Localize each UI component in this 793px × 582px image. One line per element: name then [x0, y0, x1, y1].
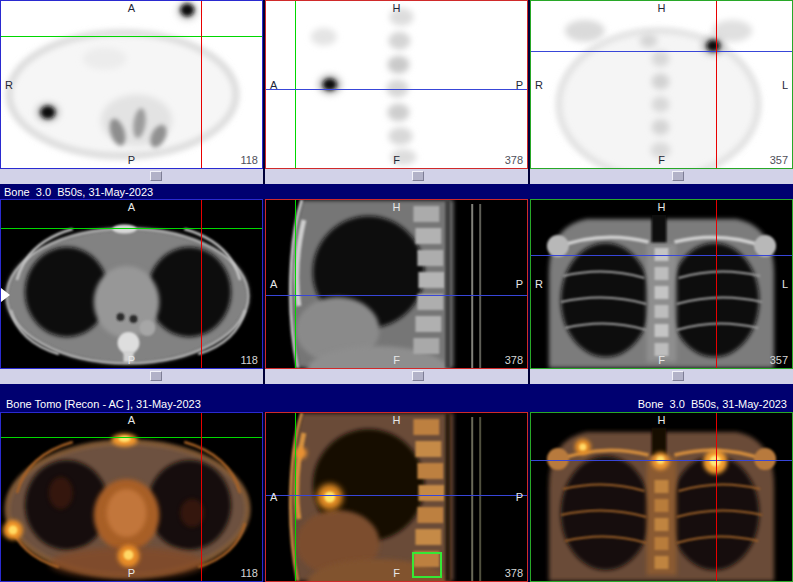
orientation-label-left: R: [535, 79, 543, 90]
roi-rectangle[interactable]: [412, 552, 442, 578]
fused-row: A P 118: [0, 412, 793, 582]
fused-series-header: Bone Tomo [Recon - AC ], 31-May-2023 Bon…: [0, 384, 793, 412]
slice-scrollbar-handle[interactable]: [672, 371, 684, 381]
viewport-fused-sagittal[interactable]: H F A P 378: [265, 412, 528, 582]
crosshair-axial-line[interactable]: [266, 495, 527, 496]
nm-coronal-image: [531, 1, 792, 168]
orientation-label-top: H: [658, 202, 666, 213]
viewport-nm-axial[interactable]: A P R 118: [0, 0, 263, 169]
slice-scrollbar-handle[interactable]: [672, 171, 684, 181]
orientation-label-left: A: [270, 279, 277, 290]
slice-scrollbar-track[interactable]: [265, 169, 528, 184]
orientation-label-bottom: P: [128, 355, 135, 366]
slice-scrollbar-handle[interactable]: [150, 171, 162, 181]
slice-scrollbar-handle[interactable]: [412, 171, 424, 181]
orientation-label-top: A: [128, 415, 135, 426]
slice-number: 357: [770, 354, 788, 366]
nm-row: A P R 118 H F A P 378: [0, 0, 793, 169]
mpr-viewer: A P R 118 H F A P 378: [0, 0, 793, 582]
orientation-label-bottom: F: [393, 355, 400, 366]
fused-sagittal-image: [266, 413, 527, 581]
orientation-label-bottom: F: [658, 155, 665, 166]
crosshair-sagittal-line[interactable]: [201, 413, 202, 581]
ct-sagittal-image: [266, 200, 527, 368]
crosshair-coronal-line[interactable]: [1, 228, 262, 229]
ct-series-header: Bone 3.0 B50s, 31-May-2023: [0, 184, 793, 199]
orientation-label-right: P: [516, 492, 523, 503]
slice-number: 118: [240, 354, 258, 366]
crosshair-sagittal-line[interactable]: [716, 200, 717, 368]
nm-axial-image: [1, 1, 262, 168]
orientation-label-bottom: P: [128, 155, 135, 166]
viewport-ct-sagittal[interactable]: H F A P 378: [265, 199, 528, 369]
ct-axial-image: [1, 200, 262, 368]
crosshair-coronal-line[interactable]: [1, 437, 262, 438]
slice-number: 378: [505, 154, 523, 166]
orientation-label-bottom: F: [393, 568, 400, 579]
panel-indicator-arrow-icon: [1, 288, 10, 302]
orientation-label-top: H: [393, 415, 401, 426]
slice-scrollbar-track[interactable]: [265, 369, 528, 384]
slice-number: 378: [505, 354, 523, 366]
orientation-label-top: H: [393, 202, 401, 213]
orientation-label-right: P: [516, 279, 523, 290]
orientation-label-right: L: [782, 79, 788, 90]
fused-series-right-title: Bone 3.0 B50s, 31-May-2023: [638, 398, 787, 410]
slice-number: 378: [505, 567, 523, 579]
slice-scrollbar-track[interactable]: [0, 369, 263, 384]
slice-scrollbar-track[interactable]: [0, 169, 263, 184]
orientation-label-top: A: [128, 3, 135, 14]
nm-slice-scrollbar: [0, 169, 793, 184]
orientation-label-right: L: [782, 279, 788, 290]
orientation-label-right: P: [516, 79, 523, 90]
crosshair-coronal-line[interactable]: [1, 36, 262, 37]
orientation-label-left: R: [5, 79, 13, 90]
ct-coronal-image: [531, 200, 792, 368]
crosshair-axial-line[interactable]: [266, 89, 527, 90]
crosshair-sagittal-line[interactable]: [716, 1, 717, 168]
fused-series-title: Bone Tomo [Recon - AC ], 31-May-2023: [6, 398, 201, 410]
crosshair-axial-line[interactable]: [531, 255, 792, 256]
orientation-label-left: R: [535, 279, 543, 290]
crosshair-axial-line[interactable]: [531, 460, 792, 461]
orientation-label-bottom: F: [658, 355, 665, 366]
orientation-label-top: A: [128, 202, 135, 213]
crosshair-axial-line[interactable]: [531, 51, 792, 52]
orientation-label-top: H: [658, 3, 666, 14]
slice-scrollbar-track[interactable]: [530, 169, 793, 184]
slice-scrollbar-handle[interactable]: [150, 371, 162, 381]
viewport-nm-sagittal[interactable]: H F A P 378: [265, 0, 528, 169]
orientation-label-bottom: P: [128, 568, 135, 579]
crosshair-sagittal-line[interactable]: [201, 200, 202, 368]
orientation-label-left: A: [270, 492, 277, 503]
slice-number: 118: [240, 154, 258, 166]
viewport-fused-coronal[interactable]: H: [530, 412, 793, 582]
viewport-fused-axial[interactable]: A P 118: [0, 412, 263, 582]
crosshair-axial-line[interactable]: [266, 295, 527, 296]
orientation-label-top: H: [658, 415, 666, 426]
ct-series-title: Bone 3.0 B50s, 31-May-2023: [4, 186, 153, 198]
nm-sagittal-image: [266, 1, 527, 168]
orientation-label-left: A: [270, 79, 277, 90]
fused-coronal-image: [531, 413, 792, 581]
fused-axial-image: [1, 413, 262, 581]
slice-scrollbar-handle[interactable]: [412, 371, 424, 381]
slice-number: 357: [770, 154, 788, 166]
orientation-label-bottom: F: [393, 155, 400, 166]
crosshair-sagittal-line[interactable]: [201, 1, 202, 168]
orientation-label-top: H: [393, 3, 401, 14]
ct-row: A P 118: [0, 199, 793, 369]
crosshair-coronal-line[interactable]: [295, 413, 296, 581]
slice-number: 118: [240, 567, 258, 579]
crosshair-coronal-line[interactable]: [295, 200, 296, 368]
viewport-ct-coronal[interactable]: H F R L 357: [530, 199, 793, 369]
slice-scrollbar-track[interactable]: [530, 369, 793, 384]
crosshair-coronal-line[interactable]: [295, 1, 296, 168]
ct-slice-scrollbar: [0, 369, 793, 384]
crosshair-sagittal-line[interactable]: [716, 413, 717, 581]
viewport-nm-coronal[interactable]: H F R L 357: [530, 0, 793, 169]
viewport-ct-axial[interactable]: A P 118: [0, 199, 263, 369]
